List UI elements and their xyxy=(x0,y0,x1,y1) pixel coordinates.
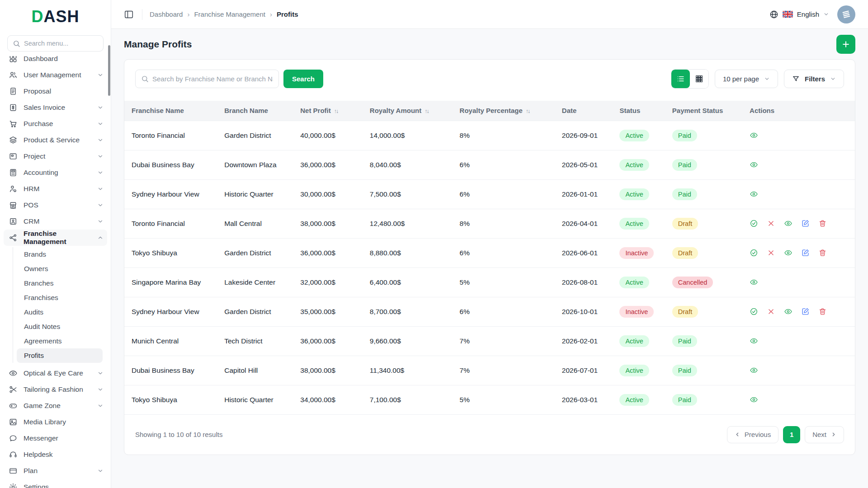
sort-icon[interactable]: ↑↓ xyxy=(526,108,530,114)
sidebar-item-helpdesk[interactable]: Helpdesk xyxy=(4,446,107,463)
sidebar-subitem-brands[interactable]: Brands xyxy=(17,247,103,262)
table-row: Sydney Harbour ViewGarden District35,000… xyxy=(124,297,855,326)
brand-logo[interactable]: DASH xyxy=(0,0,111,31)
sidebar-item-project[interactable]: Project xyxy=(4,148,107,164)
sidebar-search[interactable] xyxy=(7,35,104,52)
breadcrumb-dashboard[interactable]: Dashboard xyxy=(150,10,183,18)
sidebar-item-optical-and-eye-care[interactable]: Optical & Eye Care xyxy=(4,365,107,381)
sidebar-item-game-zone[interactable]: Game Zone xyxy=(4,398,107,414)
language-label: English xyxy=(797,10,819,18)
approve-action-button[interactable] xyxy=(750,219,758,228)
approve-action-button[interactable] xyxy=(750,249,758,257)
cell-payment-status: Paid xyxy=(665,326,742,356)
sidebar-item-proposal[interactable]: Proposal xyxy=(4,83,107,99)
cell-franchise-name: Sydney Harbour View xyxy=(124,179,217,209)
sidebar-item-hrm[interactable]: HRM xyxy=(4,181,107,197)
list-view-button[interactable] xyxy=(671,70,690,88)
edit-action-button[interactable] xyxy=(801,219,810,228)
sidebar-subitem-audit-notes[interactable]: Audit Notes xyxy=(17,319,103,334)
sidebar-item-sales-invoice[interactable]: Sales Invoice xyxy=(4,99,107,116)
sidebar-item-product-and-service[interactable]: Product & Service xyxy=(4,132,107,148)
cell-franchise-name: Sydney Harbour View xyxy=(124,297,217,326)
table-search[interactable] xyxy=(135,70,279,88)
approve-action-button[interactable] xyxy=(750,307,758,316)
per-page-select[interactable]: 10 per page xyxy=(715,70,778,88)
sidebar-item-tailoring-and-fashion[interactable]: Tailoring & Fashion xyxy=(4,381,107,398)
page-number-button[interactable]: 1 xyxy=(783,426,800,443)
sidebar-item-dashboard[interactable]: Dashboard xyxy=(4,56,107,67)
sidebar-item-media-library[interactable]: Media Library xyxy=(4,414,107,430)
sidebar-item-plan[interactable]: Plan xyxy=(4,463,107,479)
column-header-royalty-amount[interactable]: Royalty Amount↑↓ xyxy=(363,101,453,121)
sidebar-subitem-branches[interactable]: Branches xyxy=(17,276,103,291)
payment-status-badge: Paid xyxy=(672,159,697,171)
payment-status-badge: Paid xyxy=(672,335,697,347)
cell-payment-status: Paid xyxy=(665,179,742,209)
sidebar-subitem-owners[interactable]: Owners xyxy=(17,262,103,276)
sidebar-item-messenger[interactable]: Messenger xyxy=(4,430,107,446)
reject-action-button[interactable] xyxy=(767,249,775,257)
language-selector[interactable]: English xyxy=(769,10,829,19)
next-page-button[interactable]: Next xyxy=(805,426,844,443)
previous-page-button[interactable]: Previous xyxy=(727,426,778,443)
view-action-button[interactable] xyxy=(750,190,758,198)
cell-branch-name: Tech District xyxy=(217,326,293,356)
view-action-button[interactable] xyxy=(750,395,758,404)
sidebar-item-accounting[interactable]: Accounting xyxy=(4,164,107,181)
reject-action-button[interactable] xyxy=(767,219,775,228)
delete-action-button[interactable] xyxy=(818,307,827,316)
delete-action-button[interactable] xyxy=(818,219,827,228)
sidebar-item-franchise-management[interactable]: Franchise Management xyxy=(4,230,107,246)
sidebar-item-label: Plan xyxy=(24,467,38,475)
view-action-button[interactable] xyxy=(784,307,793,316)
column-label: Actions xyxy=(750,107,774,114)
view-action-button[interactable] xyxy=(750,160,758,169)
sidebar-subitem-agreements[interactable]: Agreements xyxy=(17,334,103,348)
table-search-input[interactable] xyxy=(152,75,273,83)
sort-icon[interactable]: ↑↓ xyxy=(334,108,338,114)
cell-net-profit: 35,000.00$ xyxy=(293,297,363,326)
cell-franchise-name: Tokyo Shibuya xyxy=(124,238,217,267)
cell-date: 2026-05-01 xyxy=(555,150,613,179)
logo-text: ASH xyxy=(43,7,79,26)
sidebar-subitem-franchises[interactable]: Franchises xyxy=(17,291,103,305)
sidebar-scrollbar[interactable] xyxy=(108,45,110,96)
reject-action-button[interactable] xyxy=(767,307,775,316)
sidebar-item-user-management[interactable]: User Management xyxy=(4,67,107,83)
sidebar-subitem-audits[interactable]: Audits xyxy=(17,305,103,319)
breadcrumb-franchise-management[interactable]: Franchise Management xyxy=(194,10,265,18)
delete-action-button[interactable] xyxy=(818,249,827,257)
sidebar-subitem-profits[interactable]: Profits xyxy=(17,348,103,363)
pagination: Previous 1 Next xyxy=(727,426,844,443)
edit-action-button[interactable] xyxy=(801,307,810,316)
search-button[interactable]: Search xyxy=(283,70,323,88)
edit-action-button[interactable] xyxy=(801,249,810,257)
add-profit-button[interactable] xyxy=(836,35,855,54)
table-row: Munich CentralTech District36,000.00$9,6… xyxy=(124,326,855,356)
view-action-button[interactable] xyxy=(750,337,758,345)
view-action-button[interactable] xyxy=(750,278,758,286)
view-action-button[interactable] xyxy=(750,366,758,375)
sidebar-item-crm[interactable]: CRM xyxy=(4,213,107,230)
grid-view-button[interactable] xyxy=(690,70,708,88)
status-badge: Active xyxy=(619,335,649,347)
sidebar-item-purchase[interactable]: Purchase xyxy=(4,116,107,132)
sidebar-item-settings[interactable]: Settings xyxy=(4,479,107,488)
sidebar-search-input[interactable] xyxy=(24,40,98,47)
cell-royalty-percentage: 6% xyxy=(453,297,555,326)
sort-icon[interactable]: ↑↓ xyxy=(425,108,429,114)
view-action-button[interactable] xyxy=(784,219,793,228)
divider xyxy=(142,9,142,20)
sidebar-toggle-button[interactable] xyxy=(124,9,135,20)
cell-royalty-percentage: 5% xyxy=(453,267,555,297)
column-header-net-profit[interactable]: Net Profit↑↓ xyxy=(293,101,363,121)
view-action-button[interactable] xyxy=(784,249,793,257)
sidebar-item-label: User Management xyxy=(24,71,81,79)
sidebar-item-pos[interactable]: POS xyxy=(4,197,107,213)
filters-button[interactable]: Filters xyxy=(784,70,844,88)
eye-icon xyxy=(750,366,758,375)
column-header-royalty-percentage[interactable]: Royalty Percentage↑↓ xyxy=(453,101,555,121)
view-action-button[interactable] xyxy=(750,131,758,140)
sidebar-submenu: BrandsOwnersBranchesFranchisesAuditsAudi… xyxy=(13,247,104,363)
avatar[interactable] xyxy=(837,5,855,23)
